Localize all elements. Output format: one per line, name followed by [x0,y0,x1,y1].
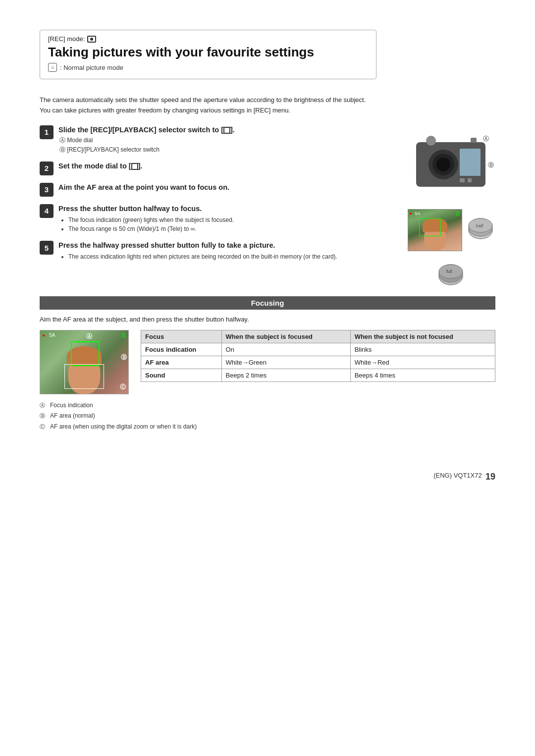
step-1-num: 1 [40,125,54,139]
step-2-num: 2 [40,162,54,175]
table-row: Focus indication On Blinks [141,343,495,356]
intro-line1: The camera automatically sets the shutte… [40,95,436,106]
row-focused-2: White→Green [221,356,350,369]
page-number: 19 [485,472,495,482]
step-5: 5 Press the halfway pressed shutter butt… [40,240,396,261]
step-4-content: Press the shutter button halfway to focu… [58,204,396,233]
table-row: AF area White→Green White→Red [141,356,495,369]
focus-table: Focus When the subject is focused When t… [141,330,495,382]
page-title: Taking pictures with your favourite sett… [48,45,368,60]
intro-line2: You can take pictures with greater freed… [40,106,436,116]
table-row: Sound Beeps 2 times Beeps 4 times [141,369,495,381]
subtitle-icon: ○ [48,63,57,72]
focusing-photo-area: ● 5A ||| Ⓐ Ⓑ Ⓒ [40,330,129,394]
photo-label-c: Ⓒ [120,383,126,391]
step-1-sub-a: Ⓐ Mode dial [58,136,396,145]
step-2-content: Set the mode dial to []. [58,161,396,172]
step-3: 3 Aim the AF area at the point you want … [40,182,396,197]
shutter-half-icon: half [467,216,494,244]
step-5-num: 5 [40,241,54,255]
step-4-heading: Press the shutter button halfway to focu… [58,204,396,214]
row-label-1: Focus indication [141,343,222,356]
svg-rect-8 [468,178,472,182]
steps-right: Ⓐ Ⓑ ● 5A ||| half [406,125,495,288]
camera-illustration: Ⓐ Ⓑ [406,130,495,199]
focusing-section: Focusing Aim the AF area at the subject,… [40,296,495,432]
step4-photo: ● 5A ||| half [408,209,494,251]
caption-c-text: AF area (when using the digital zoom or … [50,422,197,432]
focusing-content: ● 5A ||| Ⓐ Ⓑ Ⓒ Focus [40,330,495,394]
step-1: 1 Slide the [REC]/[PLAYBACK] selector sw… [40,125,396,154]
caption-a-label: Ⓐ [40,401,48,411]
person-photo: ● 5A ||| [408,209,462,251]
row-focused-1: On [221,343,350,356]
step-4-bullet-1: The focus indication (green) lights when… [68,216,396,224]
af-frame-a [71,341,100,366]
svg-text:full: full [446,269,452,274]
col-focused: When the subject is focused [221,330,350,343]
step-1-heading: Slide the [REC]/[PLAYBACK] selector swit… [58,125,396,135]
step-5-bullets: The access indication lights red when pi… [58,252,396,261]
step1-inline-icon [223,127,230,134]
step-3-num: 3 [40,183,54,197]
caption-c: Ⓒ AF area (when using the digital zoom o… [40,422,495,432]
page-footer: (ENG) VQT1X72 19 [40,472,495,482]
svg-point-6 [426,136,436,146]
col-focus: Focus [141,330,222,343]
svg-rect-5 [471,138,477,143]
step-3-heading: Aim the AF area at the point you want to… [58,182,396,192]
step-5-content: Press the halfway pressed shutter button… [58,240,396,261]
row-not-focused-3: Beeps 4 times [350,369,495,381]
svg-text:half: half [476,223,483,228]
focusing-desc: Aim the AF area at the subject, and then… [40,316,495,323]
step-5-heading: Press the halfway pressed shutter button… [58,240,396,250]
step-4-num: 4 [40,204,54,218]
subtitle: ○ : Normal picture mode [48,63,368,72]
col-not-focused: When the subject is not focused [350,330,495,343]
step2-inline-icon [131,163,138,170]
caption-b-text: AF area (normal) [50,411,95,422]
shutter-full-icon: full [437,261,465,288]
row-label-3: Sound [141,369,222,381]
step-1-content: Slide the [REC]/[PLAYBACK] selector swit… [58,125,396,154]
caption-a-text: Focus indication [50,400,93,411]
caption-c-label: Ⓒ [40,422,48,432]
subtitle-text: : Normal picture mode [60,64,123,71]
step-4-bullets: The focus indication (green) lights when… [58,216,396,233]
product-code: (ENG) VQT1X72 [433,472,482,482]
svg-rect-4 [460,149,481,176]
step-5-bullet-1: The access indication lights red when pi… [68,252,396,261]
rec-mode-icon [87,36,96,43]
svg-rect-7 [460,178,465,182]
rec-mode-box: [REC] mode: Taking pictures with your fa… [40,30,376,79]
step-4-bullet-2: The focus range is 50 cm (Wide)/1 m (Tel… [68,224,396,233]
row-not-focused-2: White→Red [350,356,495,369]
photo-label-b: Ⓑ [121,353,127,362]
svg-point-3 [436,158,450,171]
photo-label-a: Ⓐ [86,332,92,341]
steps-area: 1 Slide the [REC]/[PLAYBACK] selector sw… [40,125,495,288]
caption-a: Ⓐ Focus indication [40,400,495,411]
steps-left: 1 Slide the [REC]/[PLAYBACK] selector sw… [40,125,396,288]
step-2-heading: Set the mode dial to []. [58,161,396,171]
step-4: 4 Press the shutter button halfway to fo… [40,204,396,233]
intro-text: The camera automatically sets the shutte… [40,95,436,116]
rec-mode-label: [REC] mode: [48,35,368,43]
row-focused-3: Beeps 2 times [221,369,350,381]
row-label-2: AF area [141,356,222,369]
row-not-focused-1: Blinks [350,343,495,356]
svg-text:Ⓐ: Ⓐ [483,135,489,142]
step-2: 2 Set the mode dial to []. [40,161,396,175]
step-1-sub-b: Ⓑ [REC]/[PLAYBACK] selector switch [58,146,396,154]
af-frame-c [64,364,104,389]
step-3-content: Aim the AF area at the point you want to… [58,182,396,194]
rec-mode-text: [REC] mode: [48,35,85,43]
caption-b-label: Ⓑ [40,411,48,421]
focusing-photo: ● 5A ||| Ⓐ Ⓑ Ⓒ [40,330,129,394]
focusing-header: Focusing [40,296,495,310]
captions: Ⓐ Focus indication Ⓑ AF area (normal) Ⓒ … [40,400,495,432]
caption-b: Ⓑ AF area (normal) [40,411,495,422]
svg-text:Ⓑ: Ⓑ [488,162,494,168]
